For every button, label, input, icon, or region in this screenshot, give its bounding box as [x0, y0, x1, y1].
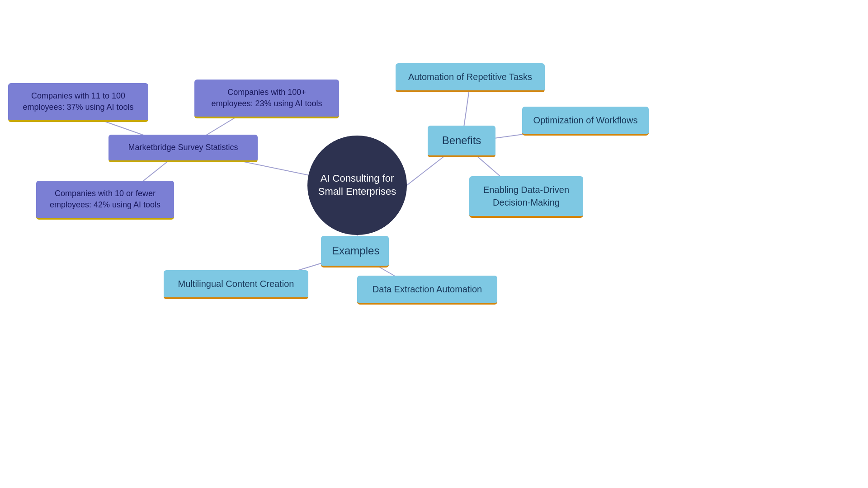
dataextract-node: Data Extraction Automation: [357, 276, 497, 305]
10fewer-label: Companies with 10 or feweremployees: 42%…: [50, 189, 160, 209]
multilingual-node: Multilingual Content Creation: [164, 270, 308, 299]
100plus-label: Companies with 100+employees: 23% using …: [211, 88, 322, 108]
multilingual-label: Multilingual Content Creation: [178, 279, 294, 289]
100plus-node: Companies with 100+employees: 23% using …: [194, 80, 339, 118]
benefits-hub-label: Benefits: [442, 134, 481, 146]
survey-hub-label: Marketbridge Survey Statistics: [128, 143, 238, 152]
dataextract-label: Data Extraction Automation: [373, 284, 482, 294]
10fewer-node: Companies with 10 or feweremployees: 42%…: [36, 181, 174, 220]
benefits-hub-node: Benefits: [428, 126, 495, 157]
survey-hub-node: Marketbridge Survey Statistics: [108, 135, 258, 162]
center-label: AI Consulting for Small Enterprises: [307, 172, 407, 198]
examples-hub-label: Examples: [332, 244, 379, 257]
automation-node: Automation of Repetitive Tasks: [396, 63, 545, 92]
optimization-label: Optimization of Workflows: [533, 115, 638, 125]
datadecision-label: Enabling Data-DrivenDecision-Making: [483, 185, 569, 207]
examples-hub-node: Examples: [321, 236, 389, 267]
datadecision-node: Enabling Data-DrivenDecision-Making: [469, 176, 583, 218]
11to100-node: Companies with 11 to 100employees: 37% u…: [8, 83, 148, 122]
11to100-label: Companies with 11 to 100employees: 37% u…: [23, 91, 133, 112]
center-node: AI Consulting for Small Enterprises: [307, 136, 407, 235]
optimization-node: Optimization of Workflows: [522, 107, 649, 136]
automation-label: Automation of Repetitive Tasks: [408, 72, 532, 82]
